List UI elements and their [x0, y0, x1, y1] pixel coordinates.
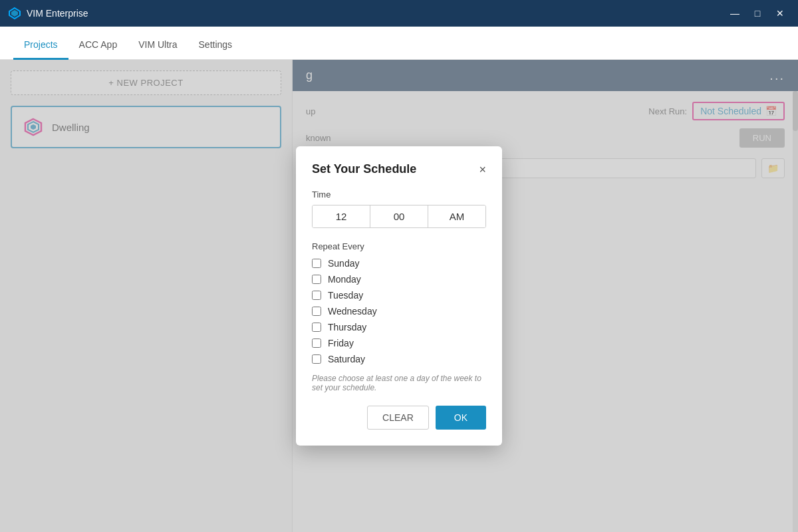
day-saturday-row: Saturday: [312, 354, 486, 364]
maximize-button[interactable]: □: [747, 6, 767, 21]
day-friday-label: Friday: [328, 338, 354, 348]
day-friday-checkbox[interactable]: [312, 338, 321, 348]
day-saturday-label: Saturday: [328, 354, 365, 364]
close-button[interactable]: ✕: [770, 6, 790, 21]
title-bar: VIM Enterprise — □ ✕: [0, 0, 798, 27]
nav-bar: Projects ACC App VIM Ultra Settings: [0, 27, 798, 60]
app-title: VIM Enterprise: [27, 8, 88, 19]
day-tuesday-label: Tuesday: [328, 290, 363, 301]
clear-button[interactable]: CLEAR: [367, 406, 429, 430]
day-monday-label: Monday: [328, 274, 361, 285]
day-wednesday-row: Wednesday: [312, 306, 486, 317]
minimize-button[interactable]: —: [725, 6, 745, 21]
day-monday-checkbox[interactable]: [312, 275, 321, 284]
day-sunday-label: Sunday: [328, 258, 359, 269]
time-period[interactable]: AM: [428, 205, 485, 227]
time-label: Time: [312, 190, 486, 200]
modal-overlay: Set Your Schedule × Time 12 00 AM Repeat…: [0, 60, 798, 532]
day-thursday-row: Thursday: [312, 322, 486, 332]
dialog-footer: CLEAR OK: [312, 406, 486, 430]
day-monday-row: Monday: [312, 274, 486, 285]
day-thursday-checkbox[interactable]: [312, 323, 321, 332]
ok-button[interactable]: OK: [436, 406, 486, 430]
time-minutes[interactable]: 00: [370, 205, 428, 227]
day-sunday-checkbox[interactable]: [312, 259, 321, 268]
day-wednesday-label: Wednesday: [328, 306, 377, 317]
repeat-label: Repeat Every: [312, 241, 486, 251]
vim-logo: [8, 7, 21, 20]
schedule-dialog: Set Your Schedule × Time 12 00 AM Repeat…: [296, 146, 502, 446]
tab-acc-app[interactable]: ACC App: [68, 30, 128, 60]
tab-vim-ultra[interactable]: VIM Ultra: [128, 30, 188, 60]
day-sunday-row: Sunday: [312, 258, 486, 269]
day-tuesday-checkbox[interactable]: [312, 291, 321, 300]
window-controls: — □ ✕: [725, 6, 790, 21]
dialog-title: Set Your Schedule: [312, 162, 416, 176]
day-saturday-checkbox[interactable]: [312, 354, 321, 364]
title-bar-left: VIM Enterprise: [8, 7, 88, 20]
day-friday-row: Friday: [312, 338, 486, 348]
svg-marker-1: [11, 10, 18, 17]
validation-message: Please choose at least one a day of the …: [312, 374, 486, 392]
day-thursday-label: Thursday: [328, 322, 366, 332]
tab-projects[interactable]: Projects: [13, 30, 68, 60]
day-tuesday-row: Tuesday: [312, 290, 486, 301]
tab-settings[interactable]: Settings: [188, 30, 243, 60]
main-content: + NEW PROJECT Dwelling g ... up Next Run…: [0, 60, 798, 532]
dialog-close-button[interactable]: ×: [479, 164, 486, 176]
time-hours[interactable]: 12: [313, 205, 370, 227]
dialog-header: Set Your Schedule ×: [312, 162, 486, 176]
time-row: 12 00 AM: [312, 205, 486, 228]
day-wednesday-checkbox[interactable]: [312, 307, 321, 316]
